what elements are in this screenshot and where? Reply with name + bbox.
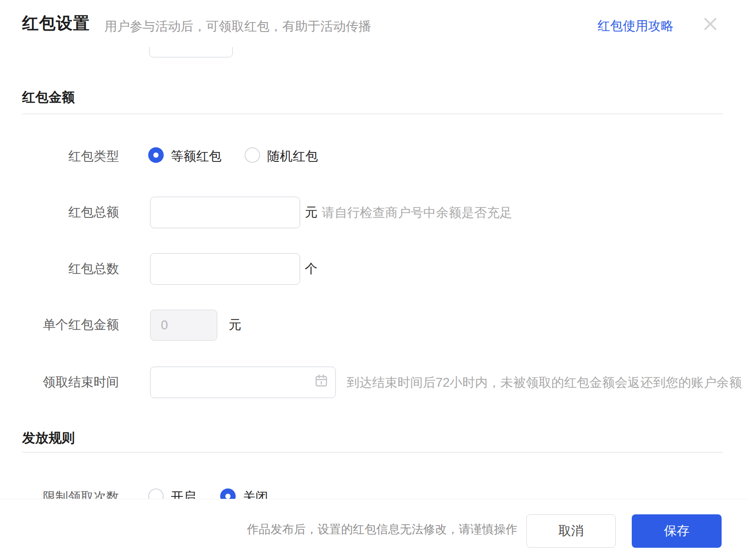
radio-dot bbox=[225, 494, 230, 499]
modal-footer: 作品发布后，设置的红包信息无法修改，请谨慎操作 取消 保存 bbox=[0, 499, 747, 560]
section-divider bbox=[22, 452, 723, 453]
field-label-type: 红包类型 bbox=[19, 149, 119, 164]
single-amount-unit: 元 bbox=[229, 317, 241, 333]
end-time-hint: 到达结束时间后72小时内，未被领取的红包金额会返还到您的账户余额 bbox=[347, 375, 742, 391]
section-title-amount: 红包金额 bbox=[22, 88, 75, 106]
radio-equal-packet[interactable] bbox=[148, 147, 164, 163]
single-amount-input bbox=[150, 310, 217, 341]
cancel-button[interactable]: 取消 bbox=[526, 514, 616, 548]
field-label-single-amount: 单个红包金额 bbox=[19, 317, 119, 333]
total-count-unit: 个 bbox=[305, 261, 318, 277]
total-count-input[interactable] bbox=[150, 253, 300, 285]
page-title: 红包设置 bbox=[22, 12, 90, 34]
header-subtitle: 用户参与活动后，可领取红包，有助于活动传播 bbox=[104, 18, 371, 35]
footer-notice: 作品发布后，设置的红包信息无法修改，请谨慎操作 bbox=[247, 513, 517, 545]
field-label-end-time: 领取结束时间 bbox=[19, 375, 119, 390]
modal-body: 红包金额 红包类型 等额红包 随机红包 红包总额 元 请自行检查商户号中余额是否… bbox=[0, 0, 747, 560]
section-divider bbox=[22, 113, 723, 114]
total-amount-input[interactable] bbox=[150, 197, 300, 228]
field-label-total-amount: 红包总额 bbox=[19, 205, 119, 220]
radio-label-equal-packet[interactable]: 等额红包 bbox=[171, 149, 222, 164]
radio-label-random-packet[interactable]: 随机红包 bbox=[267, 149, 318, 164]
calendar-icon[interactable] bbox=[314, 374, 328, 388]
guide-link[interactable]: 红包使用攻略 bbox=[597, 17, 674, 34]
field-label-total-count: 红包总数 bbox=[19, 261, 119, 277]
red-packet-settings-modal: 红包金额 红包类型 等额红包 随机红包 红包总额 元 请自行检查商户号中余额是否… bbox=[0, 0, 747, 560]
end-time-input[interactable] bbox=[150, 367, 336, 398]
total-amount-hint: 请自行检查商户号中余额是否充足 bbox=[322, 205, 512, 221]
section-title-rules: 发放规则 bbox=[22, 429, 75, 447]
close-icon[interactable] bbox=[702, 16, 719, 32]
total-amount-unit: 元 bbox=[305, 205, 318, 220]
radio-random-packet[interactable] bbox=[245, 147, 260, 163]
modal-header: 红包设置 用户参与活动后，可领取红包，有助于活动传播 红包使用攻略 bbox=[0, 0, 747, 47]
radio-dot bbox=[153, 152, 159, 158]
save-button[interactable]: 保存 bbox=[632, 514, 722, 548]
